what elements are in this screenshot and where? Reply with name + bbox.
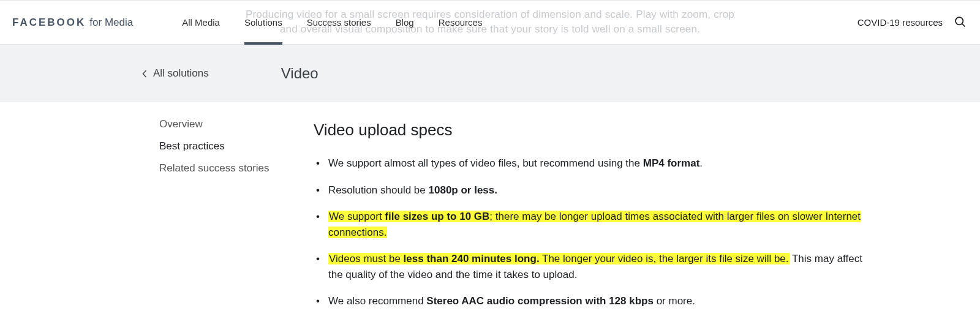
svg-point-0 bbox=[956, 17, 963, 24]
highlight: We support file sizes up to 10 GB; there… bbox=[328, 211, 861, 238]
sidenav-overview[interactable]: Overview bbox=[159, 118, 306, 130]
content-area: Overview Best practices Related success … bbox=[0, 102, 980, 320]
spec-item-filesize: We support file sizes up to 10 GB; there… bbox=[314, 209, 865, 240]
nav-center: All Media Solutions Success stories Blog… bbox=[182, 1, 482, 44]
spec-bold: 1080p or less. bbox=[429, 184, 497, 196]
svg-line-1 bbox=[962, 24, 965, 26]
spec-item-duration: Videos must be less than 240 minutes lon… bbox=[314, 251, 865, 282]
spec-text: or more. bbox=[654, 295, 695, 307]
nav-right: COVID-19 resources bbox=[858, 15, 967, 30]
brand-logo[interactable]: FACEBOOK for Media bbox=[12, 17, 133, 29]
nav-resources[interactable]: Resources bbox=[439, 1, 483, 44]
brand-main: FACEBOOK bbox=[12, 17, 86, 29]
top-navbar: FACEBOOK for Media All Media Solutions S… bbox=[0, 0, 980, 45]
side-nav: Overview Best practices Related success … bbox=[159, 118, 306, 320]
highlight: Videos must be less than 240 minutes lon… bbox=[328, 253, 790, 264]
spec-item-format: We support almost all types of video fil… bbox=[314, 156, 865, 171]
sidenav-related-success[interactable]: Related success stories bbox=[159, 162, 306, 174]
spec-text: . bbox=[699, 157, 703, 169]
nav-blog[interactable]: Blog bbox=[396, 1, 414, 44]
back-label: All solutions bbox=[153, 67, 209, 80]
spec-text: Resolution should be bbox=[328, 184, 429, 196]
subheader-band: All solutions Video bbox=[0, 45, 980, 102]
back-all-solutions[interactable]: All solutions bbox=[142, 67, 209, 80]
main-column: Video upload specs We support almost all… bbox=[314, 118, 865, 320]
spec-bold: file sizes up to 10 GB bbox=[385, 211, 489, 222]
spec-text: We support bbox=[329, 211, 385, 222]
section-heading: Video upload specs bbox=[314, 121, 865, 140]
brand-sub: for Media bbox=[89, 17, 133, 29]
spec-bold: Stereo AAC audio compression with 128 kb… bbox=[426, 295, 654, 307]
search-icon[interactable] bbox=[954, 15, 967, 30]
chevron-left-icon bbox=[142, 70, 147, 78]
covid-resources-link[interactable]: COVID-19 resources bbox=[858, 17, 943, 28]
spec-text: We also recommend bbox=[328, 295, 426, 307]
spec-item-resolution: Resolution should be 1080p or less. bbox=[314, 182, 865, 198]
spec-text: Videos must be bbox=[329, 253, 404, 264]
sidenav-best-practices[interactable]: Best practices bbox=[159, 140, 306, 152]
spec-item-audio: We also recommend Stereo AAC audio compr… bbox=[314, 293, 865, 309]
spec-text: The longer your video is, the larger its… bbox=[540, 253, 789, 264]
specs-list: We support almost all types of video fil… bbox=[314, 156, 865, 309]
nav-solutions[interactable]: Solutions bbox=[244, 1, 282, 44]
nav-all-media[interactable]: All Media bbox=[182, 1, 220, 44]
spec-bold: less than 240 minutes long. bbox=[404, 253, 540, 264]
spec-text: We support almost all types of video fil… bbox=[328, 157, 643, 169]
spec-bold: MP4 format bbox=[643, 157, 700, 169]
nav-success-stories[interactable]: Success stories bbox=[307, 1, 371, 44]
page-title: Video bbox=[281, 65, 318, 82]
